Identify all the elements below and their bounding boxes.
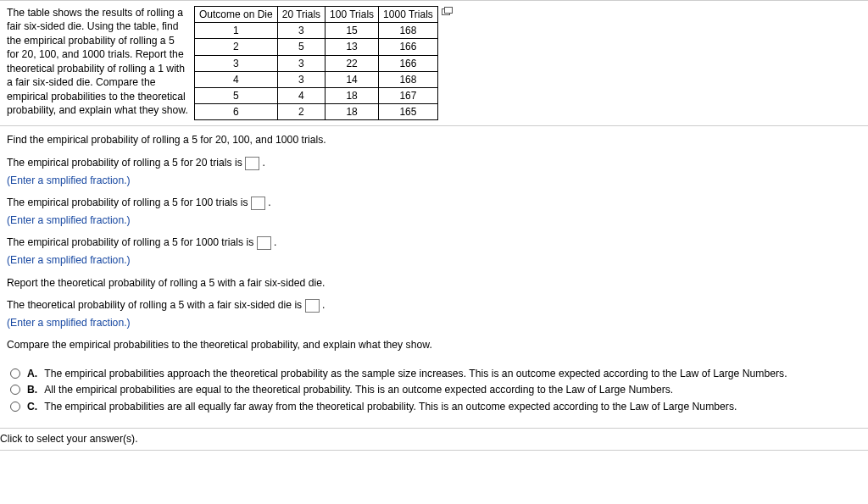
hint-simplified-fraction: (Enter a smplified fraction.): [7, 174, 861, 187]
col-1000: 1000 Trials: [379, 7, 438, 23]
option-text: The empirical probabilities are all equa…: [44, 400, 737, 413]
option-b-row[interactable]: B. All the empirical probabilities are e…: [7, 383, 861, 396]
label-theoretical: The theoretical probability of rolling a…: [7, 299, 305, 311]
table-row: 4 3 14 168: [195, 71, 438, 87]
table-row: 5 4 18 167: [195, 87, 438, 103]
col-outcome: Outcome on Die: [195, 7, 278, 23]
table-row: 6 2 18 165: [195, 104, 438, 120]
col-20: 20 Trials: [277, 7, 325, 23]
q-empirical-heading: Find the empirical probability of rollin…: [7, 133, 861, 147]
option-c-radio[interactable]: [10, 402, 20, 412]
input-emp-20[interactable]: [245, 157, 259, 170]
label-emp-100: The empirical probability of rolling a 5…: [7, 197, 251, 208]
hint-simplified-fraction: (Enter a smplified fraction.): [7, 213, 861, 227]
svg-rect-1: [444, 8, 452, 14]
table-row: 3 3 22 166: [195, 55, 438, 71]
col-100: 100 Trials: [326, 7, 379, 23]
footer-instruction: Click to select your answer(s).: [0, 433, 138, 445]
hint-simplified-fraction: (Enter a smplified fraction.): [7, 316, 861, 330]
option-text: The empirical probabilities approach the…: [44, 367, 787, 380]
option-text: All the empirical probabilities are equa…: [44, 383, 673, 396]
input-theoretical[interactable]: [305, 299, 320, 313]
option-a-radio[interactable]: [10, 368, 20, 379]
option-a-row[interactable]: A. The empirical probabilities approach …: [7, 367, 861, 380]
label-emp-1000: The empirical probability of rolling a 5…: [7, 236, 257, 248]
q-compare-heading: Compare the empirical probabilities to t…: [7, 338, 861, 352]
problem-intro: The table shows the results of rolling a…: [7, 6, 192, 118]
option-letter: B.: [27, 383, 37, 396]
option-letter: C.: [27, 400, 37, 413]
table-row: 1 3 15 168: [195, 23, 438, 39]
q-theoretical-heading: Report the theoretical probability of ro…: [7, 276, 861, 290]
option-c-row[interactable]: C. The empirical probabilities are all e…: [7, 400, 861, 413]
table-row: 2 5 13 166: [195, 39, 438, 55]
input-emp-100[interactable]: [251, 197, 265, 210]
die-results-table: Outcome on Die 20 Trials 100 Trials 1000…: [194, 6, 438, 120]
option-letter: A.: [27, 367, 37, 380]
table-header-row: Outcome on Die 20 Trials 100 Trials 1000…: [195, 7, 438, 23]
hint-simplified-fraction: (Enter a smplified fraction.): [7, 253, 861, 267]
option-b-radio[interactable]: [10, 385, 20, 395]
popout-icon[interactable]: [442, 6, 453, 15]
input-emp-1000[interactable]: [257, 236, 271, 250]
label-emp-20: The empirical probability of rolling a 5…: [7, 157, 245, 169]
